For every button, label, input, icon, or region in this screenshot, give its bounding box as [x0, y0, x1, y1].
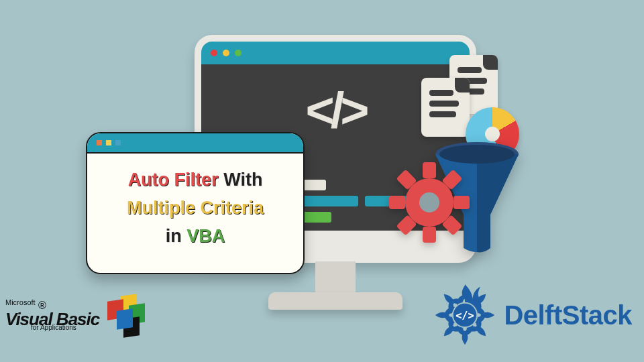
card-titlebar [87, 133, 303, 154]
microsoft-label: Microsoft [5, 298, 36, 306]
title-with: With [223, 170, 262, 190]
title-vba: VBA [186, 226, 225, 246]
delftstack-label: DelftStack [504, 300, 632, 330]
monitor-titlebar [201, 42, 470, 64]
window-control-icon [106, 140, 111, 145]
delftstack-badge-icon: </> [433, 283, 497, 347]
visual-basic-logo: Microsoft ® Visual Basic for Application… [5, 294, 148, 337]
svg-rect-4 [423, 227, 436, 243]
svg-rect-6 [453, 196, 470, 209]
gear-icon [389, 162, 470, 243]
svg-point-12 [419, 192, 439, 213]
title-card: Auto Filter With Multiple Criteria in VB… [86, 132, 305, 274]
window-control-icon [97, 140, 102, 145]
monitor-neck [315, 261, 356, 296]
traffic-light-red-icon [211, 50, 217, 56]
title-in: in [166, 226, 182, 246]
window-control-icon [115, 140, 121, 145]
traffic-light-yellow-icon [223, 50, 229, 56]
visual-basic-logo-text: Microsoft ® Visual Basic for Application… [5, 299, 99, 331]
code-brackets-icon: </> [306, 82, 366, 139]
document-front-icon [421, 78, 470, 137]
svg-point-1 [439, 145, 515, 164]
monitor-stand [268, 292, 402, 310]
svg-rect-3 [423, 162, 436, 178]
traffic-light-green-icon [235, 50, 241, 56]
delftstack-logo: </> DelftStack [433, 283, 632, 347]
svg-text:</>: </> [456, 310, 475, 322]
cubes-icon [103, 294, 148, 337]
title-auto-filter: Auto Filter [128, 170, 219, 190]
title-text: Auto Filter With Multiple Criteria in VB… [87, 154, 303, 262]
title-multiple-criteria: Multiple Criteria [127, 198, 264, 218]
svg-rect-5 [389, 196, 405, 209]
